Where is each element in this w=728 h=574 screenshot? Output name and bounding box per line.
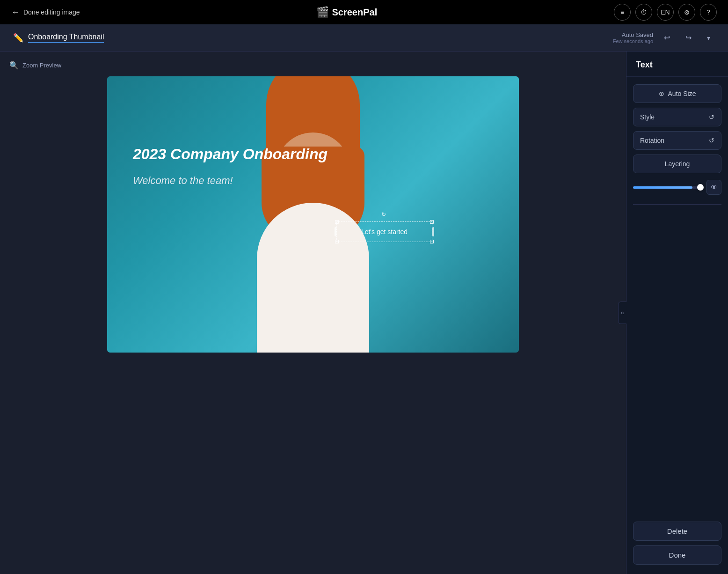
lang-label: EN	[661, 8, 670, 16]
visibility-icon: 👁	[711, 184, 717, 191]
layers-icon: ⊗	[684, 8, 690, 16]
zoom-label: Zoom Preview	[22, 62, 61, 69]
logo: 🎬 ScreenPal	[316, 6, 377, 18]
dropdown-button[interactable]: ▾	[702, 30, 715, 46]
auto-size-icon: ⊕	[659, 90, 664, 97]
logo-icon: 🎬	[316, 6, 329, 18]
menu-button[interactable]: ≡	[614, 4, 631, 21]
auto-size-button[interactable]: ⊕ Auto Size	[633, 84, 721, 103]
panel-body: ⊕ Auto Size Style ↺ Rotation ↺ Layering	[626, 77, 728, 516]
dropdown-icon: ▾	[707, 34, 710, 42]
menu-icon: ≡	[620, 8, 624, 16]
undo-icon: ↩	[664, 33, 670, 42]
auto-size-label: Auto Size	[668, 90, 696, 97]
opacity-slider-thumb[interactable]	[697, 184, 704, 191]
zoom-icon: 🔍	[9, 61, 19, 70]
back-arrow-icon: ←	[11, 7, 20, 17]
style-label: Style	[640, 113, 655, 121]
help-button[interactable]: ?	[700, 4, 717, 21]
done-button[interactable]: Done	[633, 545, 721, 565]
collapse-panel-button[interactable]: «	[618, 302, 626, 324]
right-panel: « Text ⊕ Auto Size Style ↺ Rotation ↺ La…	[626, 52, 728, 574]
rotation-label: Rotation	[640, 137, 664, 144]
back-button[interactable]: ← Done editing image	[11, 7, 80, 17]
back-label: Done editing image	[23, 8, 80, 16]
editor-actions: Auto Saved Few seconds ago ↩ ↪ ▾	[613, 30, 715, 46]
logo-text: ScreenPal	[332, 7, 377, 18]
collapse-icon: «	[621, 309, 624, 316]
panel-title: Text	[626, 52, 728, 77]
style-reset-icon: ↺	[709, 113, 714, 121]
redo-icon: ↪	[685, 33, 692, 42]
edit-icon: ✏️	[13, 33, 23, 43]
layering-button[interactable]: Layering	[633, 155, 721, 173]
handle-bottom-left[interactable]	[335, 240, 339, 243]
auto-saved-time: Few seconds ago	[613, 38, 653, 44]
editor-title-area: ✏️ Onboarding Thumbnail	[13, 33, 104, 43]
canvas-image[interactable]: 2023 Company Onboarding Welcome to the t…	[107, 76, 519, 353]
handle-top-left[interactable]	[335, 220, 339, 224]
delete-button[interactable]: Delete	[633, 522, 721, 541]
opacity-slider-row: 👁	[633, 178, 721, 199]
handle-mid-left[interactable]	[335, 227, 336, 236]
opacity-slider-fill	[633, 186, 692, 189]
textbox-text: Let's get started	[361, 228, 408, 235]
panel-actions: Delete Done	[626, 516, 728, 574]
auto-saved-status: Auto Saved Few seconds ago	[613, 31, 653, 44]
divider	[633, 204, 721, 205]
help-icon: ?	[706, 8, 710, 16]
history-icon: ⏱	[641, 8, 647, 16]
auto-saved-label: Auto Saved	[613, 31, 653, 38]
textbox-content[interactable]: Let's get started	[336, 221, 432, 242]
canvas-wrapper: 2023 Company Onboarding Welcome to the t…	[107, 76, 519, 353]
redo-button[interactable]: ↪	[680, 30, 696, 46]
rotation-button[interactable]: Rotation ↺	[633, 131, 721, 150]
canvas-sub-text: Welcome to the team!	[133, 175, 233, 187]
selected-textbox[interactable]: ↻ Let's get started	[336, 221, 432, 242]
rotation-icon: ↺	[709, 137, 714, 144]
opacity-slider-track[interactable]	[633, 186, 703, 189]
editor-main: 🔍 Zoom Preview 2023 Company Onboarding W…	[0, 52, 728, 574]
handle-mid-right[interactable]	[432, 227, 434, 236]
layering-label: Layering	[665, 160, 690, 168]
rotate-handle[interactable]: ↻	[381, 211, 388, 218]
zoom-bar[interactable]: 🔍 Zoom Preview	[9, 61, 61, 70]
editor-title[interactable]: Onboarding Thumbnail	[28, 33, 104, 43]
visibility-button[interactable]: 👁	[706, 180, 721, 195]
editor-header: ✏️ Onboarding Thumbnail Auto Saved Few s…	[0, 24, 728, 52]
language-button[interactable]: EN	[657, 4, 674, 21]
handle-top-right[interactable]	[430, 220, 434, 224]
undo-button[interactable]: ↩	[659, 30, 675, 46]
history-button[interactable]: ⏱	[635, 4, 652, 21]
canvas-main-text: 2023 Company Onboarding	[133, 146, 328, 163]
top-bar-right: ≡ ⏱ EN ⊗ ?	[614, 4, 717, 21]
canvas-area: 🔍 Zoom Preview 2023 Company Onboarding W…	[0, 52, 626, 574]
top-bar: ← Done editing image 🎬 ScreenPal ≡ ⏱ EN …	[0, 0, 728, 24]
style-button[interactable]: Style ↺	[633, 108, 721, 126]
handle-bottom-right[interactable]	[430, 240, 434, 243]
layers-button[interactable]: ⊗	[678, 4, 695, 21]
